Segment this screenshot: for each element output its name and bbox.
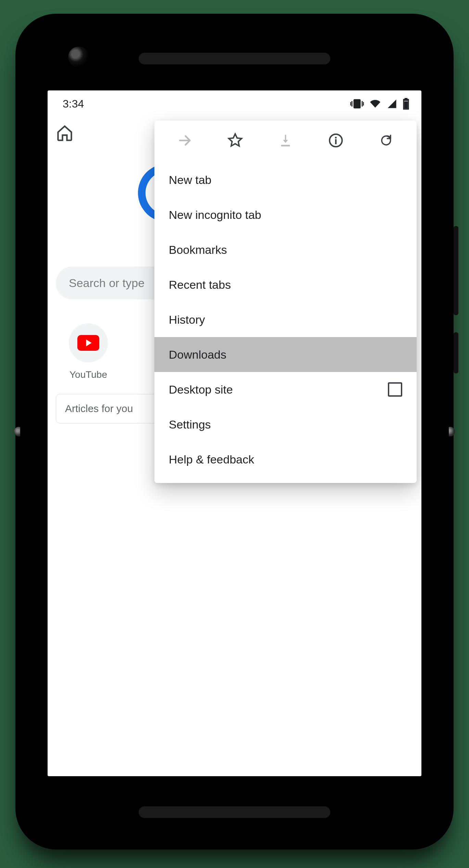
menu-item-label: New tab: [169, 173, 212, 187]
menu-item-downloads[interactable]: Downloads: [154, 337, 417, 372]
menu-item-bookmarks[interactable]: Bookmarks: [154, 232, 417, 267]
menu-item-settings[interactable]: Settings: [154, 407, 417, 442]
menu-item-recent-tabs[interactable]: Recent tabs: [154, 267, 417, 302]
svg-rect-2: [281, 145, 290, 147]
menu-item-desktop-site[interactable]: Desktop site: [154, 372, 417, 407]
youtube-icon: [77, 335, 99, 351]
menu-icon-row: [154, 121, 417, 160]
battery-icon: [402, 98, 410, 110]
status-bar: 3:34: [48, 90, 421, 117]
overflow-menu: New tab New incognito tab Bookmarks Rece…: [154, 121, 417, 483]
shortcut-icon: [69, 323, 108, 362]
menu-item-label: Desktop site: [169, 383, 233, 396]
speaker-grille: [139, 806, 330, 818]
vibrate-icon: [350, 99, 364, 109]
svg-rect-1: [404, 101, 408, 109]
menu-item-label: Recent tabs: [169, 278, 231, 292]
menu-item-label: Downloads: [169, 348, 226, 361]
info-icon[interactable]: [326, 133, 346, 148]
download-icon: [275, 133, 296, 148]
menu-item-new-tab[interactable]: New tab: [154, 162, 417, 197]
status-time: 3:34: [63, 98, 84, 110]
phone-frame: 3:34: [15, 14, 454, 850]
star-icon[interactable]: [225, 133, 245, 148]
front-camera: [68, 47, 89, 68]
phone-bezel: 3:34: [20, 18, 449, 845]
forward-icon: [175, 133, 195, 148]
desktop-site-checkbox[interactable]: [388, 382, 402, 397]
menu-item-label: History: [169, 313, 205, 326]
screen: 3:34: [48, 90, 421, 776]
menu-item-new-incognito-tab[interactable]: New incognito tab: [154, 197, 417, 232]
menu-item-label: Settings: [169, 418, 211, 431]
home-icon[interactable]: [56, 124, 74, 143]
wifi-icon: [369, 99, 382, 109]
search-placeholder: Search or type: [69, 276, 144, 290]
menu-item-label: New incognito tab: [169, 208, 261, 222]
menu-list: New tab New incognito tab Bookmarks Rece…: [154, 160, 417, 483]
svg-point-4: [335, 137, 337, 138]
menu-item-label: Bookmarks: [169, 243, 227, 257]
menu-item-history[interactable]: History: [154, 302, 417, 337]
earpiece: [139, 53, 330, 64]
shortcut-label: YouTube: [56, 369, 121, 380]
status-icons: [350, 98, 410, 110]
cellular-icon: [386, 99, 397, 109]
refresh-icon[interactable]: [376, 133, 396, 148]
svg-rect-0: [354, 100, 360, 108]
articles-label: Articles for you: [65, 403, 133, 414]
menu-item-label: Help & feedback: [169, 453, 254, 466]
svg-rect-5: [335, 139, 337, 144]
shortcut-tile-youtube[interactable]: YouTube: [56, 323, 121, 380]
menu-item-help-feedback[interactable]: Help & feedback: [154, 442, 417, 477]
